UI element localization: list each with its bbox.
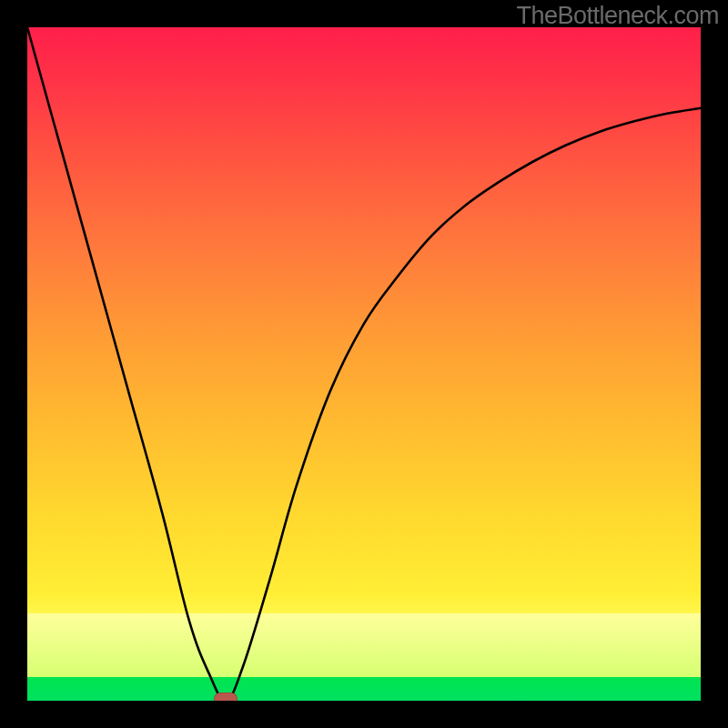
chart-frame: TheBottleneck.com bbox=[0, 0, 728, 728]
bottleneck-curve bbox=[27, 27, 701, 701]
minimum-marker bbox=[214, 693, 238, 701]
plot-area bbox=[27, 27, 701, 701]
watermark-text: TheBottleneck.com bbox=[516, 2, 719, 30]
